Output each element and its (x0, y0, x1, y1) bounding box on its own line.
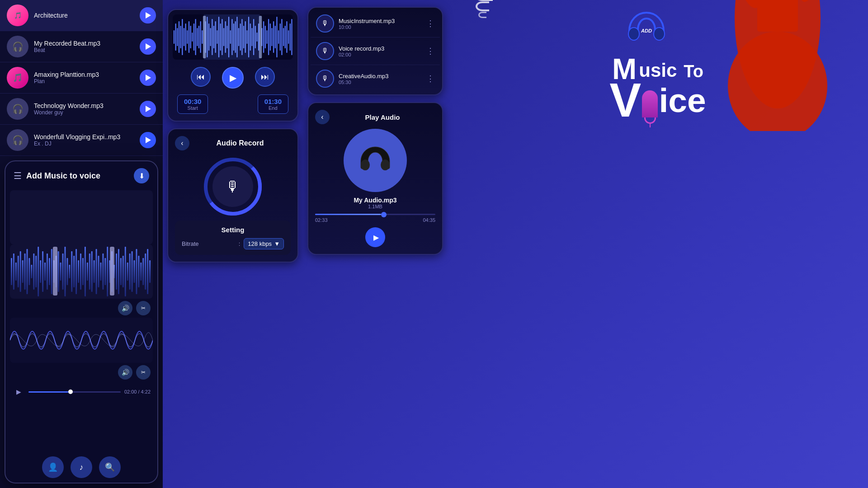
bitrate-select[interactable]: 128 kbps ▼ (244, 238, 284, 249)
center-column: ⏮ ▶ ⏭ 00:30 Start 01:30 End ‹ Audio Reco… (163, 0, 303, 272)
svg-rect-35 (89, 253, 90, 290)
person-button[interactable]: 👤 (42, 456, 64, 478)
svg-rect-57 (138, 256, 139, 287)
current-time: 02:33 (315, 217, 328, 223)
time-labels: 00:30 Start 01:30 End (173, 92, 293, 116)
track-name: Amaxing Planttion.mp3 (34, 71, 134, 78)
more-button[interactable]: ⋮ (426, 74, 434, 84)
svg-rect-2 (15, 263, 17, 281)
svg-rect-30 (78, 260, 79, 283)
svg-rect-97 (226, 26, 227, 48)
cut-button[interactable]: ✂ (136, 301, 151, 315)
svg-rect-41 (102, 253, 104, 290)
svg-rect-50 (123, 256, 124, 287)
more-button[interactable]: ⋮ (426, 19, 434, 28)
svg-rect-68 (177, 28, 178, 46)
svg-rect-115 (256, 33, 257, 42)
svg-rect-123 (271, 28, 272, 46)
svg-rect-29 (75, 249, 77, 294)
thumb: 🎧 (7, 98, 28, 120)
svg-rect-79 (195, 19, 196, 55)
svg-rect-21 (58, 251, 59, 292)
svg-rect-28 (73, 256, 75, 287)
end-time-box: 01:30 End (258, 94, 288, 114)
play-audio-header: ‹ Play Audio (315, 110, 435, 124)
svg-rect-32 (82, 258, 84, 285)
svg-rect-26 (69, 265, 70, 278)
volume-button[interactable]: 🔊 (118, 301, 132, 315)
svg-point-142 (628, 28, 639, 40)
svg-rect-48 (118, 249, 119, 294)
track-info: Wonderfull Vlogging Expi..mp3 Ex . DJ (34, 133, 134, 147)
play-main-button[interactable]: ▶ (222, 67, 244, 89)
music-tracks-panel: 🎙 MusicInstrument.mp3 10:00 ⋮ 🎙 Voice re… (307, 7, 443, 95)
svg-rect-114 (255, 26, 256, 48)
track-info: My Recorded Beat.mp3 Beat (34, 40, 134, 53)
download-button[interactable]: ⬇ (134, 168, 149, 183)
trim-handle-left[interactable] (53, 247, 57, 296)
skip-back-button[interactable]: ⏮ (191, 67, 211, 87)
headphone-logo-svg: ADD (624, 9, 669, 50)
audio-progress-dot (381, 212, 387, 217)
play-audio-back-button[interactable]: ‹ (315, 110, 330, 124)
svg-rect-73 (185, 23, 186, 51)
svg-rect-72 (184, 28, 184, 46)
cut-button-2[interactable]: ✂ (136, 365, 151, 380)
track-info: Technology Wonder.mp3 Wonder guy (34, 102, 134, 116)
svg-rect-52 (127, 263, 128, 281)
svg-rect-74 (187, 30, 188, 44)
audio-name: My Audio.mp3 (315, 197, 435, 204)
svg-rect-11 (35, 256, 37, 287)
right-column: 🎙 MusicInstrument.mp3 10:00 ⋮ 🎙 Voice re… (303, 0, 448, 262)
thumb: 🎧 (7, 129, 28, 151)
play-button[interactable] (140, 38, 156, 55)
list-scroll[interactable]: 🎵 Architecture 🎧 My Recorded Beat.mp3 Be… (0, 0, 163, 156)
trim-handle-right[interactable] (110, 247, 114, 296)
more-button[interactable]: ⋮ (426, 46, 434, 56)
bottom-controls: 🔊 ✂ (5, 363, 157, 382)
headphone-icon (344, 129, 407, 192)
svg-rect-6 (24, 253, 26, 290)
play-audio-panel: ‹ Play Audio My Audio.mp3 1.1MB 02:33 04… (307, 102, 443, 255)
track-name: Architecture (34, 12, 134, 19)
back-button[interactable]: ‹ (175, 136, 189, 150)
svg-rect-47 (116, 253, 117, 290)
play-audio-title: Play Audio (330, 113, 435, 121)
svg-rect-37 (94, 260, 95, 283)
svg-rect-100 (231, 19, 232, 55)
music-button[interactable]: ♪ (71, 456, 92, 478)
svg-rect-104 (238, 28, 239, 46)
track-artist: Ex . DJ (34, 141, 134, 147)
play-audio-button[interactable]: ▶ (365, 227, 385, 247)
audio-times: 02:33 04:35 (315, 217, 435, 223)
brand-mic-icon (642, 90, 658, 117)
mic-record-button[interactable]: 🎙 (212, 166, 253, 207)
svg-rect-137 (259, 16, 262, 58)
track-time: 10:00 (339, 24, 422, 30)
audio-progress-bar[interactable] (315, 214, 435, 215)
svg-rect-53 (129, 253, 131, 290)
svg-rect-36 (91, 251, 93, 292)
settings-box: Setting Bitrate : 128 kbps ▼ (175, 221, 291, 255)
end-label: End (264, 105, 282, 111)
svg-rect-109 (246, 30, 247, 44)
bottom-waveform (10, 318, 153, 363)
svg-rect-82 (200, 21, 201, 53)
search-button[interactable]: 🔍 (99, 456, 121, 478)
track-info: Architecture (34, 12, 134, 19)
svg-rect-136 (203, 16, 206, 58)
svg-rect-43 (107, 247, 108, 296)
svg-rect-40 (100, 263, 101, 281)
progress-track[interactable] (28, 391, 121, 393)
play-button[interactable] (140, 132, 156, 148)
svg-rect-110 (248, 17, 249, 57)
play-button[interactable] (140, 7, 156, 23)
track-item: 🎙 CreativeAudio.mp3 05:30 ⋮ (311, 65, 440, 92)
skip-forward-button[interactable]: ⏭ (255, 67, 275, 87)
volume-button-2[interactable]: 🔊 (118, 365, 132, 380)
play-button[interactable] (140, 101, 156, 117)
svg-rect-129 (281, 19, 282, 55)
play-button[interactable] (140, 70, 156, 86)
play-small-button[interactable]: ▶ (12, 385, 25, 398)
svg-rect-88 (212, 19, 212, 55)
